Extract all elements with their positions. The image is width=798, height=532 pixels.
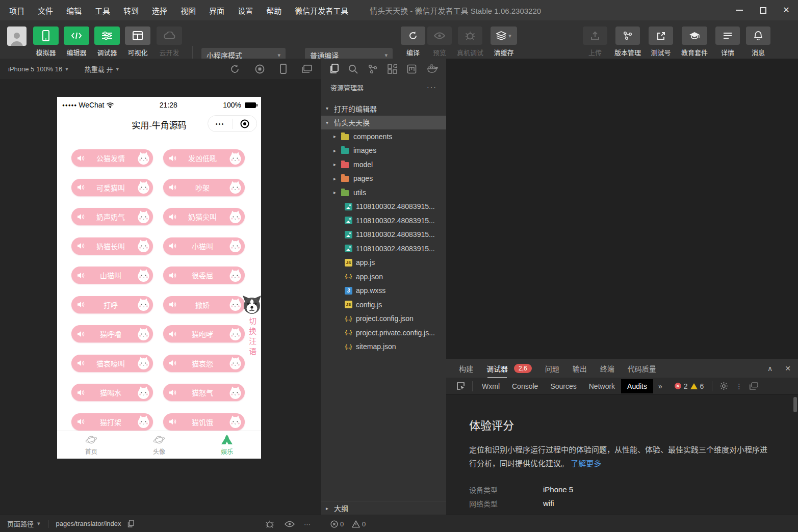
tree-section-project[interactable]: ▾ 情头天天换	[321, 116, 446, 130]
sound-button[interactable]: 奶猫长叫	[71, 237, 153, 255]
files-icon[interactable]	[329, 64, 339, 74]
devtools-tab-network[interactable]: Network	[583, 379, 621, 393]
tab-fun[interactable]: 娱乐	[193, 431, 261, 459]
menu-item[interactable]: 微信开发者工具	[295, 5, 348, 16]
menu-item[interactable]: 帮助	[266, 5, 281, 16]
page-path-label[interactable]: 页面路径	[7, 519, 34, 528]
avatar[interactable]	[7, 26, 27, 46]
menu-item[interactable]: 编辑	[66, 5, 82, 16]
sound-button[interactable]: 发凶低吼	[163, 149, 245, 167]
more-menu-button[interactable]: •••	[208, 121, 232, 127]
sound-button[interactable]: 公猫发情	[71, 149, 153, 167]
tree-file[interactable]: 1108100302.48083915...	[321, 200, 446, 214]
sound-button[interactable]: 猫喝水	[71, 384, 153, 401]
menu-item[interactable]: 工具	[95, 5, 110, 16]
sound-button[interactable]: 猫哀怨	[163, 355, 245, 372]
sound-button[interactable]: 猫怒气	[163, 384, 245, 401]
sound-button[interactable]: 山猫叫	[71, 267, 153, 284]
tab-output[interactable]: 输出	[573, 363, 587, 374]
multi-window-icon[interactable]	[302, 65, 312, 73]
simulator-toggle-button[interactable]: 模拟器	[33, 26, 59, 57]
sound-button[interactable]: 猫咆哮	[163, 325, 245, 342]
inspect-element-icon[interactable]	[456, 382, 465, 390]
sound-button[interactable]: 撒娇	[163, 296, 245, 313]
devtools-tab-wxml[interactable]: Wxml	[476, 379, 506, 393]
sound-button[interactable]: 猫呼噜	[71, 325, 153, 342]
devtools-tab-audits[interactable]: Audits	[621, 379, 653, 393]
sound-button[interactable]: 猫饥饿	[163, 413, 245, 431]
extensions-icon[interactable]	[388, 64, 397, 74]
tab-problems[interactable]: 问题	[545, 363, 559, 374]
tree-folder[interactable]: ▸ components	[321, 129, 446, 144]
devtools-tab-console[interactable]: Console	[506, 379, 544, 393]
sound-button[interactable]: 奶声奶气	[71, 208, 153, 225]
tab-home[interactable]: 首页	[57, 431, 125, 459]
scrollbar-thumb[interactable]	[793, 397, 797, 412]
tree-file[interactable]: project.config.json	[321, 312, 446, 326]
clear-cache-button[interactable]: ▾ 清缓存	[491, 26, 517, 57]
tree-file[interactable]: 1108100302.48083915...	[321, 242, 446, 256]
npm-package-icon[interactable]	[407, 64, 417, 74]
menu-item[interactable]: 项目	[9, 5, 24, 16]
minimize-button[interactable]	[728, 0, 751, 20]
devtools-tab-sources[interactable]: Sources	[544, 379, 582, 393]
restart-icon[interactable]	[230, 64, 240, 74]
sound-button[interactable]: 小猫叫	[163, 237, 245, 255]
menu-item[interactable]: 转到	[123, 5, 139, 16]
tree-folder[interactable]: ▸ images	[321, 144, 446, 158]
undock-icon[interactable]	[750, 382, 758, 390]
tree-folder[interactable]: ▸ model	[321, 157, 446, 172]
details-button[interactable]: 详情	[715, 26, 740, 57]
editor-toggle-button[interactable]: 编辑器	[64, 26, 89, 57]
test-account-button[interactable]: 测试号	[649, 26, 673, 57]
menu-item[interactable]: 文件	[38, 5, 53, 16]
tree-file[interactable]: app.js	[321, 256, 446, 270]
version-control-button[interactable]: 版本管理	[615, 26, 640, 57]
messages-button[interactable]: 消息	[746, 26, 770, 57]
sound-button[interactable]: 很委屈	[163, 267, 245, 284]
tree-file[interactable]: app.json	[321, 270, 446, 284]
husky-toggle-icon[interactable]	[242, 295, 261, 315]
devtools-menu-button[interactable]: ⋮	[735, 382, 742, 390]
tab-terminal[interactable]: 终端	[600, 363, 614, 374]
tab-build[interactable]: 构建	[459, 363, 473, 374]
sound-button[interactable]: 猫哀嚎叫	[71, 355, 153, 372]
sound-button[interactable]: 猫打架	[71, 413, 153, 431]
tree-folder[interactable]: ▸ pages	[321, 172, 446, 186]
visibility-icon[interactable]	[285, 515, 295, 532]
edu-suite-button[interactable]: 教育套件	[682, 26, 707, 57]
menu-item[interactable]: 视图	[181, 5, 196, 16]
tree-section-open-editors[interactable]: ▾ 打开的编辑器	[321, 101, 446, 116]
sound-button[interactable]: 吵架	[163, 179, 245, 196]
device-icon[interactable]	[280, 64, 287, 74]
menu-item[interactable]: 设置	[238, 5, 253, 16]
tree-file[interactable]: project.private.config.js...	[321, 326, 446, 340]
tree-file[interactable]: 1108100302.48083915...	[321, 228, 446, 242]
menu-item[interactable]: 界面	[209, 5, 224, 16]
debugger-toggle-button[interactable]: 调试器	[94, 26, 120, 57]
tree-file[interactable]: 1108100302.48083915...	[321, 214, 446, 228]
menu-item[interactable]: 选择	[152, 5, 167, 16]
outline-section[interactable]: ▸ 大纲	[321, 501, 446, 515]
tab-code-quality[interactable]: 代码质量	[628, 363, 656, 374]
stop-icon[interactable]	[255, 64, 265, 74]
explorer-more-button[interactable]: ···	[427, 83, 437, 91]
tab-debugger[interactable]: 调试器	[486, 363, 508, 374]
sound-button[interactable]: 奶猫尖叫	[163, 208, 245, 225]
hot-reload-toggle[interactable]: 热重载 开 ▾	[76, 59, 127, 79]
tab-avatar[interactable]: 头像	[125, 431, 193, 459]
statusbar-more-button[interactable]: ···	[304, 515, 311, 532]
tree-folder[interactable]: ▸ utils	[321, 185, 446, 200]
source-control-icon[interactable]	[368, 64, 377, 74]
search-icon[interactable]	[348, 64, 358, 74]
devtools-settings-icon[interactable]	[719, 382, 728, 390]
sound-button[interactable]: 打呼	[71, 296, 153, 313]
more-tabs-button[interactable]: »	[658, 382, 662, 390]
maximize-button[interactable]	[751, 0, 775, 20]
language-toggle-label[interactable]: 切换汪语	[247, 317, 258, 358]
close-button[interactable]: ✕	[775, 0, 798, 20]
tree-file[interactable]: app.wxss	[321, 284, 446, 298]
close-panel-button[interactable]: ✕	[780, 359, 795, 378]
learn-more-link[interactable]: 了解更多	[571, 459, 601, 468]
collapse-panel-button[interactable]: ∧	[762, 359, 778, 378]
